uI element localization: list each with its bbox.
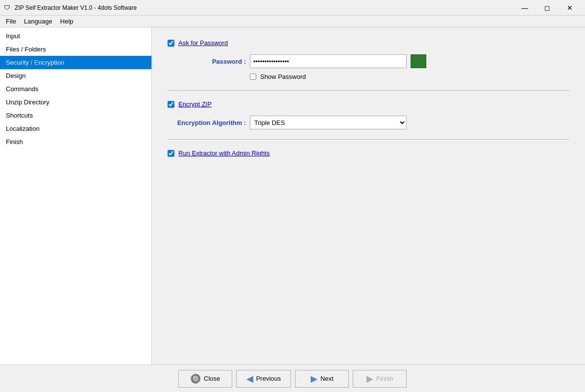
encryption-algorithm-label: Encryption Algorithm : xyxy=(168,119,246,126)
menu-help[interactable]: Help xyxy=(56,17,77,26)
minimize-button[interactable]: — xyxy=(513,0,536,16)
menu-language[interactable]: Language xyxy=(20,17,56,26)
encryption-algorithm-select[interactable]: Triple DES AES-128 AES-256 xyxy=(250,116,407,129)
close-button-label: Close xyxy=(204,375,220,382)
password-green-button[interactable] xyxy=(411,54,426,68)
ask-for-password-label[interactable]: Ask for Password xyxy=(178,39,228,47)
content-area: Ask for Password Password : Show Passwor… xyxy=(152,27,585,365)
next-button-label: Next xyxy=(320,375,334,382)
encrypt-zip-section: Encrypt ZIP Encryption Algorithm : Tripl… xyxy=(168,100,569,129)
admin-rights-checkbox[interactable] xyxy=(168,150,174,157)
ask-for-password-section: Ask for Password Password : Show Passwor… xyxy=(168,39,569,80)
main-layout: Input Files / Folders Security / Encrypt… xyxy=(0,27,585,365)
password-input[interactable] xyxy=(250,54,407,68)
close-button[interactable]: 🔘 Close xyxy=(178,370,232,388)
encryption-algorithm-row: Encryption Algorithm : Triple DES AES-12… xyxy=(168,116,569,129)
sidebar-item-shortcuts[interactable]: Shortcuts xyxy=(0,109,151,122)
encrypt-zip-label[interactable]: Encrypt ZIP xyxy=(178,100,212,108)
sidebar-item-localization[interactable]: Localization xyxy=(0,122,151,135)
divider-1 xyxy=(168,90,569,91)
menu-file[interactable]: File xyxy=(2,17,20,26)
title-bar: 🛡 ZIP Self Extractor Maker V1.0 - 4dots … xyxy=(0,0,585,16)
divider-2 xyxy=(168,139,569,140)
ask-for-password-checkbox[interactable] xyxy=(168,40,174,47)
close-icon: 🔘 xyxy=(190,373,201,384)
password-label: Password : xyxy=(168,58,246,65)
encrypt-zip-checkbox[interactable] xyxy=(168,101,174,108)
ask-for-password-row: Ask for Password xyxy=(168,39,569,47)
sidebar-item-commands[interactable]: Commands xyxy=(0,82,151,96)
show-password-checkbox[interactable] xyxy=(250,74,256,80)
previous-button-label: Previous xyxy=(256,375,281,382)
admin-rights-row: Run Extractor with Admin Rights xyxy=(168,149,569,157)
finish-button-label: Finish xyxy=(376,375,393,382)
app-icon: 🛡 xyxy=(4,4,12,12)
sidebar-item-input[interactable]: Input xyxy=(0,29,151,43)
admin-rights-label[interactable]: Run Extractor with Admin Rights xyxy=(178,149,269,157)
sidebar-item-design[interactable]: Design xyxy=(0,69,151,82)
next-icon: ▶ xyxy=(311,373,317,384)
sidebar-item-security-encryption[interactable]: Security / Encryption xyxy=(0,56,151,69)
window-title: ZIP Self Extractor Maker V1.0 - 4dots So… xyxy=(15,4,513,11)
previous-button[interactable]: ◀ Previous xyxy=(236,370,292,388)
maximize-button[interactable]: ◻ xyxy=(536,0,559,16)
sidebar-item-unzip-directory[interactable]: Unzip Directory xyxy=(0,96,151,109)
admin-rights-section: Run Extractor with Admin Rights xyxy=(168,149,569,157)
password-row: Password : xyxy=(168,54,569,68)
finish-icon: ▶ xyxy=(366,373,373,384)
sidebar-item-files-folders[interactable]: Files / Folders xyxy=(0,43,151,56)
window-controls: — ◻ ✕ xyxy=(513,0,581,16)
next-button[interactable]: ▶ Next xyxy=(295,370,349,388)
encrypt-zip-row: Encrypt ZIP xyxy=(168,100,569,108)
menu-bar: File Language Help xyxy=(0,16,585,27)
previous-icon: ◀ xyxy=(246,373,253,384)
show-password-row: Show Password xyxy=(250,73,569,80)
close-window-button[interactable]: ✕ xyxy=(559,0,581,16)
sidebar-item-finish[interactable]: Finish xyxy=(0,135,151,148)
sidebar: Input Files / Folders Security / Encrypt… xyxy=(0,27,152,365)
finish-button[interactable]: ▶ Finish xyxy=(353,370,407,388)
footer: 🔘 Close ◀ Previous ▶ Next ▶ Finish xyxy=(0,365,585,392)
show-password-label[interactable]: Show Password xyxy=(260,73,306,80)
